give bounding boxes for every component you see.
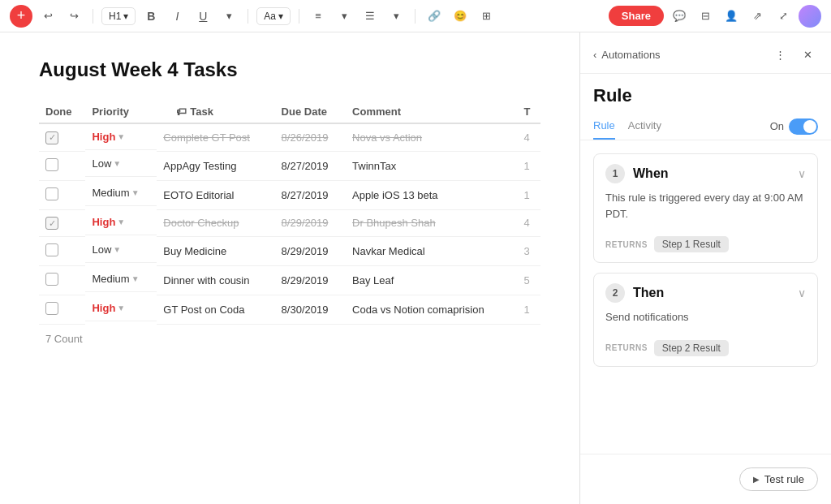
priority-label: High bbox=[92, 216, 115, 228]
document-area: August Week 4 Tasks Done Priority 🏷Task … bbox=[0, 32, 579, 504]
extra-col: 1 bbox=[518, 295, 540, 325]
divider-2 bbox=[248, 9, 248, 24]
comment-text: Nova vs Action bbox=[352, 131, 422, 144]
checkmark-icon: ✓ bbox=[49, 132, 56, 143]
tab-rule[interactable]: Rule bbox=[593, 113, 615, 140]
align-button[interactable]: ≡ bbox=[308, 6, 329, 27]
priority-dropdown-icon[interactable]: ▼ bbox=[117, 304, 125, 312]
table-row: ✓High▼Doctor Checkup8/29/2019Dr Bhupesh … bbox=[39, 209, 540, 237]
person-button[interactable]: 👤 bbox=[721, 6, 742, 27]
comment-text: Navkar Medical bbox=[352, 245, 425, 257]
list-chevron-icon[interactable]: ▾ bbox=[385, 6, 407, 27]
due-date: 8/29/2019 bbox=[282, 274, 329, 286]
step-when-header: 1 When ∨ bbox=[594, 154, 817, 190]
more-options-button[interactable]: ⋮ bbox=[769, 44, 790, 65]
table-row: High▼GT Post on Coda8/30/2019Coda vs Not… bbox=[39, 295, 540, 325]
italic-button[interactable]: I bbox=[166, 6, 187, 27]
checkbox[interactable]: ✓ bbox=[45, 131, 58, 144]
priority-dropdown-icon[interactable]: ▼ bbox=[131, 274, 140, 283]
step-when-left: 1 When bbox=[605, 164, 669, 183]
step-then-chevron-icon[interactable]: ∨ bbox=[798, 286, 806, 299]
divider-4 bbox=[415, 9, 416, 24]
link-button[interactable]: 🔗 bbox=[424, 6, 445, 27]
due-date: 8/29/2019 bbox=[282, 217, 329, 229]
task-name: Buy Medicine bbox=[163, 245, 226, 257]
step-then-returns-label: RETURNS bbox=[605, 343, 648, 352]
bold-button[interactable]: B bbox=[140, 6, 161, 27]
divider-1 bbox=[93, 9, 93, 24]
extra-col: 1 bbox=[518, 151, 540, 180]
test-rule-button[interactable]: ▶ Test rule bbox=[739, 467, 818, 491]
priority-dropdown-icon[interactable]: ▼ bbox=[117, 132, 125, 141]
underline-more-button[interactable]: ▾ bbox=[218, 6, 239, 27]
heading-picker[interactable]: H1 ▾ bbox=[101, 7, 136, 25]
back-label: Automations bbox=[601, 49, 660, 61]
table-row: Low▼AppAgy Testing8/27/2019TwinnTax1 bbox=[39, 151, 540, 180]
step-when-chevron-icon[interactable]: ∨ bbox=[798, 167, 806, 180]
toggle-switch[interactable] bbox=[789, 118, 818, 135]
image-button[interactable]: ⊞ bbox=[476, 6, 497, 27]
due-date: 8/27/2019 bbox=[282, 189, 329, 201]
checkbox[interactable] bbox=[45, 158, 58, 171]
task-table: Done Priority 🏷Task Due Date Comment T ✓… bbox=[39, 101, 540, 351]
col-duedate: Due Date bbox=[275, 101, 346, 123]
comment-text: Dr Bhupesh Shah bbox=[352, 217, 436, 229]
automation-title: Rule bbox=[580, 74, 831, 113]
underline-button[interactable]: U bbox=[192, 6, 213, 27]
share-button[interactable]: Share bbox=[609, 6, 664, 26]
step-when-returns: RETURNS Step 1 Result bbox=[594, 230, 817, 262]
task-name: Dinner with cousin bbox=[163, 274, 249, 286]
priority-label: Medium bbox=[92, 273, 129, 285]
step-then-result-pill[interactable]: Step 2 Result bbox=[654, 340, 729, 356]
expand-button[interactable]: ⤢ bbox=[773, 6, 794, 27]
automation-tabs: Rule Activity On bbox=[580, 113, 831, 140]
test-rule-area: ▶ Test rule bbox=[580, 454, 831, 504]
align-chevron-icon[interactable]: ▾ bbox=[334, 6, 355, 27]
comment-button[interactable]: 💬 bbox=[669, 6, 690, 27]
table-row: Medium▼Dinner with cousin8/29/2019Bay Le… bbox=[39, 266, 540, 295]
priority-label: High bbox=[92, 131, 115, 143]
priority-dropdown-icon[interactable]: ▼ bbox=[117, 218, 125, 226]
emoji-button[interactable]: 😊 bbox=[450, 6, 471, 27]
priority-dropdown-icon[interactable]: ▼ bbox=[113, 245, 121, 254]
checkbox[interactable]: ✓ bbox=[45, 217, 58, 230]
checkbox[interactable] bbox=[45, 187, 58, 200]
step-when-label: When bbox=[633, 166, 669, 181]
undo-button[interactable]: ↩ bbox=[37, 6, 58, 27]
checkbox[interactable] bbox=[45, 273, 58, 286]
table-row: Low▼Buy Medicine8/29/2019Navkar Medical3 bbox=[39, 237, 540, 266]
task-name: AppAgy Testing bbox=[163, 160, 236, 172]
count-label: Count bbox=[54, 333, 83, 345]
extra-col: 4 bbox=[518, 209, 540, 237]
col-task: 🏷Task bbox=[157, 101, 274, 123]
automation-panel: ‹ Automations ⋮ ✕ Rule Rule Activity On bbox=[579, 32, 831, 504]
count-number: 7 bbox=[45, 333, 54, 345]
checkbox[interactable] bbox=[45, 302, 58, 315]
extra-col: 5 bbox=[518, 266, 540, 295]
table-row: Medium▼EOTO Editorial8/27/2019Apple iOS … bbox=[39, 180, 540, 209]
step-then-header: 2 Then ∨ bbox=[594, 274, 817, 309]
view-button[interactable]: ⊟ bbox=[695, 6, 716, 27]
extra-col: 1 bbox=[518, 180, 540, 209]
heading-label: H1 bbox=[109, 11, 121, 22]
priority-dropdown-icon[interactable]: ▼ bbox=[113, 159, 121, 168]
avatar[interactable] bbox=[799, 5, 821, 28]
checkbox[interactable] bbox=[45, 243, 58, 256]
priority-dropdown-icon[interactable]: ▼ bbox=[131, 188, 140, 197]
comment-text: Bay Leaf bbox=[352, 274, 394, 286]
test-rule-label: Test rule bbox=[764, 473, 804, 485]
redo-button[interactable]: ↪ bbox=[63, 6, 84, 27]
list-button[interactable]: ☰ bbox=[360, 6, 381, 27]
close-icon[interactable]: ✕ bbox=[797, 44, 818, 65]
toggle-label: On bbox=[770, 120, 784, 132]
back-button[interactable]: ‹ Automations bbox=[593, 49, 661, 61]
count-row: 7 Count bbox=[39, 325, 540, 352]
task-name: Complete GT Post bbox=[163, 131, 250, 144]
font-picker[interactable]: Aa ▾ bbox=[256, 7, 291, 25]
add-button[interactable]: + bbox=[10, 5, 32, 28]
toggle-area: On bbox=[770, 118, 818, 135]
comment-text: TwinnTax bbox=[352, 160, 396, 172]
tab-activity[interactable]: Activity bbox=[628, 113, 661, 140]
step-when-result-pill[interactable]: Step 1 Result bbox=[654, 236, 729, 252]
share-more-button[interactable]: ⇗ bbox=[747, 6, 768, 27]
